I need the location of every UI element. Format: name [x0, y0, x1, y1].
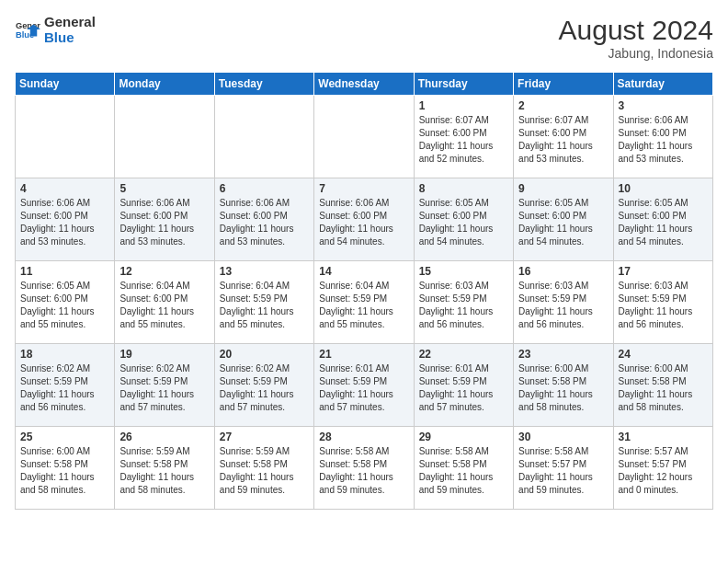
- day-number: 4: [20, 182, 109, 195]
- calendar-cell: 15Sunrise: 6:03 AMSunset: 5:59 PMDayligh…: [414, 261, 513, 344]
- weekday-header-row: SundayMondayTuesdayWednesdayThursdayFrid…: [16, 73, 713, 96]
- day-number: 11: [20, 265, 109, 278]
- calendar-cell: 19Sunrise: 6:02 AMSunset: 5:59 PMDayligh…: [115, 344, 214, 427]
- day-number: 9: [518, 182, 608, 195]
- cell-sun-info: Sunrise: 6:03 AMSunset: 5:59 PMDaylight:…: [619, 280, 708, 331]
- page-header: General Blue General Blue August 2024 Ja…: [15, 15, 713, 61]
- calendar-cell: 17Sunrise: 6:03 AMSunset: 5:59 PMDayligh…: [613, 261, 712, 344]
- calendar-cell: 16Sunrise: 6:03 AMSunset: 5:59 PMDayligh…: [514, 261, 613, 344]
- day-number: 23: [518, 348, 608, 361]
- cell-sun-info: Sunrise: 6:05 AMSunset: 6:00 PMDaylight:…: [518, 197, 608, 248]
- calendar-cell: 20Sunrise: 6:02 AMSunset: 5:59 PMDayligh…: [214, 344, 313, 427]
- logo-general: General: [44, 14, 96, 29]
- calendar-cell: [314, 96, 414, 178]
- calendar-cell: [115, 96, 214, 178]
- logo-icon: General Blue: [15, 17, 40, 43]
- day-number: 2: [518, 99, 608, 112]
- calendar-cell: [214, 96, 313, 178]
- calendar-cell: 30Sunrise: 5:58 AMSunset: 5:57 PMDayligh…: [514, 427, 613, 510]
- day-number: 21: [319, 348, 408, 361]
- day-number: 27: [220, 431, 309, 443]
- day-number: 31: [619, 431, 708, 443]
- day-number: 20: [220, 348, 309, 361]
- calendar-cell: 9Sunrise: 6:05 AMSunset: 6:00 PMDaylight…: [514, 178, 613, 261]
- calendar-cell: 7Sunrise: 6:06 AMSunset: 6:00 PMDaylight…: [314, 178, 414, 261]
- calendar-week-3: 11Sunrise: 6:05 AMSunset: 6:00 PMDayligh…: [16, 261, 713, 344]
- cell-sun-info: Sunrise: 5:59 AMSunset: 5:58 PMDaylight:…: [220, 445, 309, 497]
- day-number: 18: [20, 348, 109, 361]
- calendar-cell: 28Sunrise: 5:58 AMSunset: 5:58 PMDayligh…: [314, 427, 414, 510]
- cell-sun-info: Sunrise: 6:05 AMSunset: 6:00 PMDaylight:…: [619, 197, 708, 248]
- day-number: 1: [419, 99, 508, 112]
- calendar-cell: 14Sunrise: 6:04 AMSunset: 5:59 PMDayligh…: [314, 261, 414, 344]
- calendar-cell: 27Sunrise: 5:59 AMSunset: 5:58 PMDayligh…: [214, 427, 313, 510]
- day-number: 22: [419, 348, 508, 361]
- calendar-week-4: 18Sunrise: 6:02 AMSunset: 5:59 PMDayligh…: [16, 344, 713, 427]
- day-number: 5: [119, 182, 209, 195]
- day-number: 13: [220, 265, 309, 278]
- calendar-cell: 31Sunrise: 5:57 AMSunset: 5:57 PMDayligh…: [613, 427, 712, 510]
- calendar-week-5: 25Sunrise: 6:00 AMSunset: 5:58 PMDayligh…: [16, 427, 713, 510]
- cell-sun-info: Sunrise: 6:06 AMSunset: 6:00 PMDaylight:…: [619, 114, 708, 166]
- cell-sun-info: Sunrise: 6:05 AMSunset: 6:00 PMDaylight:…: [20, 280, 109, 331]
- cell-sun-info: Sunrise: 6:04 AMSunset: 6:00 PMDaylight:…: [119, 280, 209, 331]
- calendar-week-1: 1Sunrise: 6:07 AMSunset: 6:00 PMDaylight…: [16, 96, 713, 178]
- weekday-header-friday: Friday: [514, 73, 613, 96]
- day-number: 29: [419, 431, 508, 443]
- day-number: 6: [220, 182, 309, 195]
- day-number: 3: [619, 99, 708, 112]
- calendar-cell: 1Sunrise: 6:07 AMSunset: 6:00 PMDaylight…: [414, 96, 513, 178]
- cell-sun-info: Sunrise: 5:59 AMSunset: 5:58 PMDaylight:…: [119, 445, 209, 497]
- cell-sun-info: Sunrise: 6:06 AMSunset: 6:00 PMDaylight:…: [20, 197, 109, 248]
- day-number: 25: [20, 431, 109, 443]
- calendar-cell: 11Sunrise: 6:05 AMSunset: 6:00 PMDayligh…: [16, 261, 115, 344]
- cell-sun-info: Sunrise: 6:02 AMSunset: 5:59 PMDaylight:…: [220, 362, 309, 414]
- calendar-cell: [16, 96, 115, 178]
- day-number: 16: [518, 265, 608, 278]
- day-number: 19: [119, 348, 209, 361]
- logo: General Blue General Blue: [15, 15, 96, 45]
- cell-sun-info: Sunrise: 6:07 AMSunset: 6:00 PMDaylight:…: [518, 114, 608, 166]
- logo-text: General Blue: [44, 15, 96, 45]
- calendar-cell: 29Sunrise: 5:58 AMSunset: 5:58 PMDayligh…: [414, 427, 513, 510]
- cell-sun-info: Sunrise: 5:58 AMSunset: 5:58 PMDaylight:…: [319, 445, 408, 497]
- month-year: August 2024: [559, 15, 713, 46]
- calendar-cell: 5Sunrise: 6:06 AMSunset: 6:00 PMDaylight…: [115, 178, 214, 261]
- cell-sun-info: Sunrise: 6:04 AMSunset: 5:59 PMDaylight:…: [220, 280, 309, 331]
- day-number: 24: [619, 348, 708, 361]
- cell-sun-info: Sunrise: 6:04 AMSunset: 5:59 PMDaylight:…: [319, 280, 408, 331]
- cell-sun-info: Sunrise: 6:03 AMSunset: 5:59 PMDaylight:…: [518, 280, 608, 331]
- weekday-header-monday: Monday: [115, 73, 214, 96]
- calendar-cell: 4Sunrise: 6:06 AMSunset: 6:00 PMDaylight…: [16, 178, 115, 261]
- cell-sun-info: Sunrise: 6:03 AMSunset: 5:59 PMDaylight:…: [419, 280, 508, 331]
- weekday-header-wednesday: Wednesday: [314, 73, 414, 96]
- weekday-header-tuesday: Tuesday: [214, 73, 313, 96]
- day-number: 12: [119, 265, 209, 278]
- calendar-cell: 18Sunrise: 6:02 AMSunset: 5:59 PMDayligh…: [16, 344, 115, 427]
- calendar-cell: 3Sunrise: 6:06 AMSunset: 6:00 PMDaylight…: [613, 96, 712, 178]
- cell-sun-info: Sunrise: 5:58 AMSunset: 5:57 PMDaylight:…: [518, 445, 608, 497]
- cell-sun-info: Sunrise: 6:07 AMSunset: 6:00 PMDaylight:…: [419, 114, 508, 166]
- day-number: 15: [419, 265, 508, 278]
- calendar-cell: 10Sunrise: 6:05 AMSunset: 6:00 PMDayligh…: [613, 178, 712, 261]
- day-number: 10: [619, 182, 708, 195]
- day-number: 8: [419, 182, 508, 195]
- cell-sun-info: Sunrise: 6:00 AMSunset: 5:58 PMDaylight:…: [20, 445, 109, 497]
- calendar-cell: 23Sunrise: 6:00 AMSunset: 5:58 PMDayligh…: [514, 344, 613, 427]
- day-number: 28: [319, 431, 408, 443]
- location: Jabung, Indonesia: [559, 46, 713, 61]
- cell-sun-info: Sunrise: 6:00 AMSunset: 5:58 PMDaylight:…: [619, 362, 708, 414]
- calendar-cell: 8Sunrise: 6:05 AMSunset: 6:00 PMDaylight…: [414, 178, 513, 261]
- title-block: August 2024 Jabung, Indonesia: [559, 15, 713, 61]
- cell-sun-info: Sunrise: 6:01 AMSunset: 5:59 PMDaylight:…: [319, 362, 408, 414]
- cell-sun-info: Sunrise: 6:01 AMSunset: 5:59 PMDaylight:…: [419, 362, 508, 414]
- day-number: 30: [518, 431, 608, 443]
- cell-sun-info: Sunrise: 6:06 AMSunset: 6:00 PMDaylight:…: [220, 197, 309, 248]
- cell-sun-info: Sunrise: 6:02 AMSunset: 5:59 PMDaylight:…: [119, 362, 209, 414]
- weekday-header-saturday: Saturday: [613, 73, 712, 96]
- weekday-header-sunday: Sunday: [16, 73, 115, 96]
- cell-sun-info: Sunrise: 5:58 AMSunset: 5:58 PMDaylight:…: [419, 445, 508, 497]
- cell-sun-info: Sunrise: 6:05 AMSunset: 6:00 PMDaylight:…: [419, 197, 508, 248]
- logo-blue: Blue: [44, 29, 74, 45]
- day-number: 14: [319, 265, 408, 278]
